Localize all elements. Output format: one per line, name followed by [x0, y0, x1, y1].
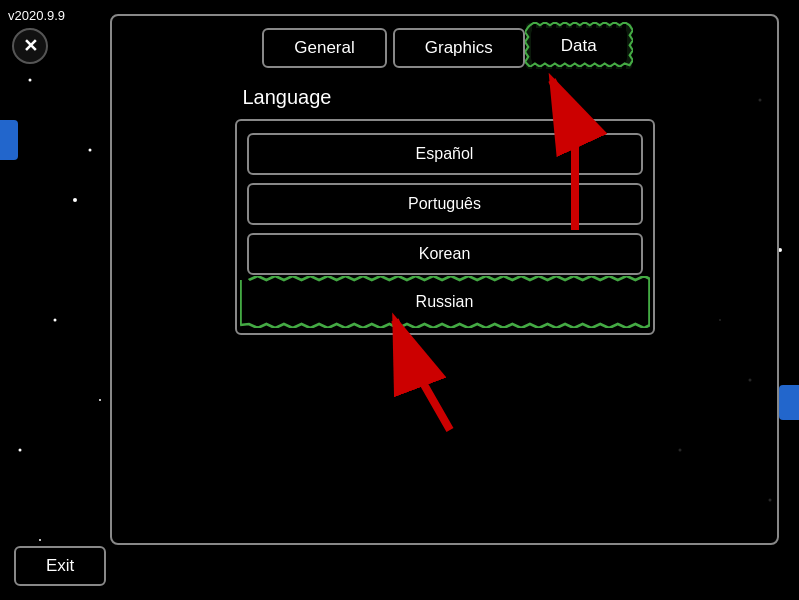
- language-list: Español Português Korean Russian: [235, 119, 655, 335]
- svg-point-10: [39, 539, 41, 541]
- tab-graphics[interactable]: Graphics: [393, 28, 525, 68]
- blue-shape-right: [779, 385, 799, 420]
- svg-point-3: [19, 449, 22, 452]
- language-title: Language: [235, 86, 655, 109]
- tab-general[interactable]: General: [262, 28, 386, 68]
- svg-point-1: [73, 198, 77, 202]
- language-section: Language Español Português Korean Russia…: [235, 86, 655, 335]
- tab-data[interactable]: Data: [531, 28, 627, 64]
- blue-shape-left: [0, 120, 18, 160]
- svg-point-11: [99, 399, 101, 401]
- tabs-row: General Graphics Data: [128, 28, 761, 68]
- exit-button[interactable]: Exit: [14, 546, 106, 586]
- lang-russian[interactable]: Russian: [247, 283, 643, 321]
- lang-portugues[interactable]: Português: [247, 183, 643, 225]
- svg-point-8: [89, 149, 92, 152]
- tab-data-wrapper: Data: [531, 28, 627, 68]
- lang-espanol[interactable]: Español: [247, 133, 643, 175]
- settings-dialog: General Graphics Data Language Español P…: [110, 14, 779, 545]
- lang-korean[interactable]: Korean: [247, 233, 643, 275]
- svg-point-0: [29, 79, 32, 82]
- version-label: v2020.9.9: [8, 8, 65, 23]
- svg-point-2: [54, 319, 57, 322]
- lang-russian-wrapper: Russian: [247, 283, 643, 321]
- close-button[interactable]: ✕: [12, 28, 48, 64]
